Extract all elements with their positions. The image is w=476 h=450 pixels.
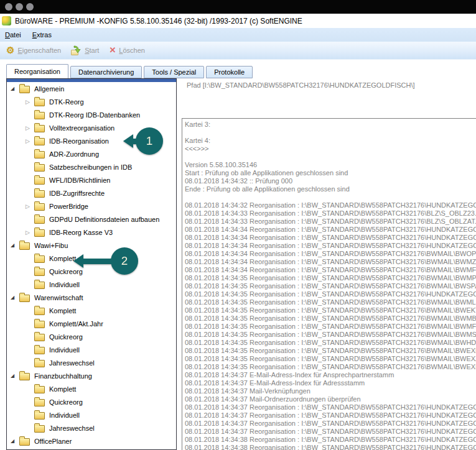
window-zoom-button[interactable] xyxy=(26,3,34,11)
tree-item-label: Individuell xyxy=(49,411,80,419)
tree-expand-icon[interactable]: ▷ xyxy=(26,125,34,131)
callout-1: 1 xyxy=(123,127,163,155)
tree-item-label: Jahreswechsel xyxy=(49,359,95,367)
tree-collapse-icon[interactable]: ◢ xyxy=(11,242,19,248)
tab-reorganisation[interactable]: Reorganisation xyxy=(6,64,68,78)
tree-expand-icon[interactable]: ▷ xyxy=(26,138,34,144)
tree-item-label: Quickreorg xyxy=(49,398,83,406)
tree-item-label: Wawi+Fibu xyxy=(34,242,68,249)
window-close-button[interactable] xyxy=(5,3,12,11)
folder-icon xyxy=(34,360,45,367)
folder-icon xyxy=(34,177,45,185)
folder-icon xyxy=(34,347,45,354)
folder-icon xyxy=(34,282,45,289)
tree-item-dtk-reorg-idb-datenbanken[interactable]: DTK-Reorg IDB-Datenbanken xyxy=(7,108,176,121)
app-icon xyxy=(2,16,11,25)
tree-item-label: ADR-Zuordnung xyxy=(49,150,99,158)
tree-item-dtk-reorg[interactable]: ▷DTK-Reorg xyxy=(7,95,176,108)
tree-expand-icon[interactable]: ▷ xyxy=(26,99,34,105)
folder-icon xyxy=(34,190,45,198)
tab-tools-spezial[interactable]: Tools / Spezial xyxy=(144,66,204,78)
loeschen-button[interactable]: ✕ Löschen xyxy=(109,45,145,55)
tree-item-allgemein[interactable]: ◢Allgemein xyxy=(7,82,176,95)
folder-icon xyxy=(34,138,45,145)
tree-expand-icon[interactable]: ▷ xyxy=(26,203,34,209)
tree-item-label: Komplett/Akt.Jahr xyxy=(49,320,103,328)
tab-bar: ReorganisationDatenarchivierungTools / S… xyxy=(6,64,253,78)
tree-item-label: IDB-Zugriffsrechte xyxy=(49,190,105,197)
tree-item-finanzbuchhaltung[interactable]: ◢Finanzbuchhaltung xyxy=(7,369,176,382)
tree-item-label: Komplett xyxy=(49,307,76,315)
folder-icon xyxy=(34,386,45,393)
window-chrome xyxy=(0,0,476,14)
tree-item-wfl-idb-richtlinien[interactable]: WFL/IDB/Richtlinien xyxy=(7,173,176,186)
log-panel[interactable]: Kartei 3: Kartei 4: <<<>>> Version 5.58.… xyxy=(182,118,476,450)
tree-item-komplett-akt-jahr[interactable]: Komplett/Akt.Jahr xyxy=(7,317,176,330)
folder-icon xyxy=(19,438,30,446)
folder-icon xyxy=(34,334,45,341)
callout-number: 2 xyxy=(111,247,138,275)
tree-item-gdpdu-definitionsdateien-aufbauen[interactable]: GDPdU Definitionsdateien aufbauen xyxy=(7,213,176,226)
tree-item-label: IDB-Reorganisation xyxy=(49,137,109,145)
callout-2: 2 xyxy=(73,247,138,275)
folder-icon xyxy=(19,295,30,302)
menu-extras[interactable]: Extras xyxy=(32,31,52,39)
tree-collapse-icon[interactable]: ◢ xyxy=(11,295,19,300)
tree-item-jahreswechsel[interactable]: Jahreswechsel xyxy=(7,421,176,434)
tree-item-quickreorg[interactable]: Quickreorg xyxy=(7,330,176,343)
tree-item-jahreswechsel[interactable]: Jahreswechsel xyxy=(7,356,176,369)
tab-datenarchivierung[interactable]: Datenarchivierung xyxy=(70,66,142,78)
start-button[interactable]: Start xyxy=(71,45,99,55)
tree-item-komplett[interactable]: Komplett xyxy=(7,382,176,395)
tree-item-label: OfficePlaner xyxy=(34,438,72,445)
folder-icon xyxy=(34,308,45,315)
loeschen-label: Löschen xyxy=(119,47,145,54)
folder-icon xyxy=(34,151,45,158)
tree-item-label: DTK-Reorg xyxy=(49,98,84,106)
tree-item-komplett[interactable]: Komplett xyxy=(7,304,176,317)
tree-item-label: GDPdU Definitionsdateien aufbauen xyxy=(49,216,159,223)
tree-item-individuell[interactable]: Individuell xyxy=(7,343,176,356)
tree-item-idb-reorg-kasse-v3[interactable]: ▷IDB-Reorg Kasse V3 xyxy=(7,226,176,239)
window-minimize-button[interactable] xyxy=(16,3,23,11)
tree-item-label: IDB-Reorg Kasse V3 xyxy=(49,229,113,236)
menu-datei[interactable]: Datei xyxy=(5,31,21,39)
folder-icon xyxy=(34,99,45,106)
tree-item-label: Satzbeschreibungen in IDB xyxy=(49,163,132,171)
eigenschaften-button[interactable]: ⚙ Eigenschaften xyxy=(6,45,61,55)
folder-icon xyxy=(34,412,45,420)
tree-item-idb-zugriffsrechte[interactable]: IDB-Zugriffsrechte xyxy=(7,186,176,200)
gear-icon: ⚙ xyxy=(6,45,14,55)
tree-item-quickreorg[interactable]: Quickreorg xyxy=(7,395,176,408)
menu-bar: Datei Extras xyxy=(0,28,476,42)
tree-item-warenwirtschaft[interactable]: ◢Warenwirtschaft xyxy=(7,291,176,304)
tree-item-label: Individuell xyxy=(49,281,80,288)
tree-item-label: Finanzbuchhaltung xyxy=(34,372,92,380)
tree-item-officeplaner[interactable]: ◢OfficePlaner xyxy=(7,434,176,448)
start-arrow-folder-icon xyxy=(71,45,82,55)
folder-icon xyxy=(19,373,30,380)
tree-item-label: Komplett xyxy=(49,385,76,393)
tree-item-individuell[interactable]: Individuell xyxy=(7,278,176,291)
tab-protokolle[interactable]: Protokolle xyxy=(206,66,253,78)
window-title: BüroWARE - PREMIUM -KONFIG 5.58.100.3514… xyxy=(15,17,302,25)
tree-item-label: Volltextreorganisation xyxy=(49,124,114,132)
tree-collapse-icon[interactable]: ◢ xyxy=(11,86,19,91)
path-label: Pfad [I:\BW_STANDARD\BW558PATCH32176\HUN… xyxy=(187,81,415,89)
delete-x-icon: ✕ xyxy=(109,45,116,55)
folder-icon xyxy=(34,425,45,433)
tree-item-individuell[interactable]: Individuell xyxy=(7,408,176,421)
tree-collapse-icon[interactable]: ◢ xyxy=(11,438,19,444)
tree-item-satzbeschreibungen-in-idb[interactable]: Satzbeschreibungen in IDB xyxy=(7,160,176,173)
tree-expand-icon[interactable]: ▷ xyxy=(26,229,34,236)
tree-item-powerbridge[interactable]: ▷PowerBridge xyxy=(7,200,176,213)
folder-icon xyxy=(34,112,45,119)
tree-item-label: Komplett xyxy=(49,255,76,262)
title-bar: BüroWARE - PREMIUM -KONFIG 5.58.100.3514… xyxy=(0,14,476,28)
tree-collapse-icon[interactable]: ◢ xyxy=(11,373,19,379)
tree-item-label: PowerBridge xyxy=(49,203,88,210)
toolbar: ⚙ Eigenschaften Start ✕ Löschen xyxy=(0,42,476,60)
folder-icon xyxy=(34,321,45,328)
callout-stem xyxy=(83,259,112,264)
tree-item-label: WFL/IDB/Richtlinien xyxy=(49,177,110,184)
